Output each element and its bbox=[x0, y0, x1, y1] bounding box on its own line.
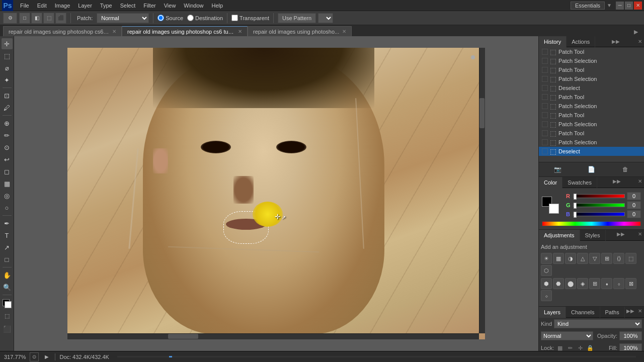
color-close-btn[interactable]: ✕ bbox=[636, 177, 644, 185]
destination-radio[interactable]: Destination bbox=[187, 15, 223, 21]
type-tool[interactable]: T bbox=[2, 230, 13, 241]
adj-extra1[interactable]: ⊠ bbox=[625, 278, 636, 289]
pattern-select[interactable] bbox=[318, 13, 333, 23]
blur-tool[interactable]: ◎ bbox=[2, 190, 13, 201]
history-menu-btn[interactable]: ▶▶ bbox=[612, 38, 620, 46]
essentials-arrow[interactable]: ▼ bbox=[607, 3, 612, 8]
adj-curves[interactable]: ◑ bbox=[565, 253, 576, 264]
history-item-10[interactable]: ⬚ Patch Tool bbox=[539, 129, 644, 138]
menu-filter[interactable]: Filter bbox=[139, 2, 159, 10]
layers-close-btn[interactable]: ✕ bbox=[636, 307, 644, 315]
red-bar[interactable] bbox=[573, 194, 625, 198]
tab-1[interactable]: repair old images using photoshop cs6 tu… bbox=[3, 26, 122, 36]
lock-pixels-btn[interactable]: ▦ bbox=[556, 344, 564, 351]
layers-tab[interactable]: Layers bbox=[539, 307, 566, 318]
fill-value[interactable]: 100% bbox=[619, 343, 642, 351]
red-slider[interactable] bbox=[574, 194, 577, 200]
adj-colorbalance[interactable]: ⟨⟩ bbox=[613, 253, 624, 264]
adj-colorlookup[interactable]: ⬣ bbox=[553, 278, 564, 289]
marquee-tool[interactable]: ⬚ bbox=[2, 50, 13, 61]
blue-slider[interactable] bbox=[574, 212, 577, 218]
history-item-1[interactable]: ⬚ Patch Tool bbox=[539, 47, 644, 56]
tab-2-close[interactable]: ✕ bbox=[238, 29, 242, 34]
transparent-checkbox[interactable]: Transparent bbox=[231, 15, 269, 21]
menu-image[interactable]: Image bbox=[51, 2, 74, 10]
zoom-tool[interactable]: 🔍 bbox=[2, 282, 13, 293]
blue-value[interactable]: 0 bbox=[627, 210, 641, 218]
adj-brightness[interactable]: ☀ bbox=[541, 253, 552, 264]
lasso-tool[interactable]: ⌀ bbox=[2, 62, 13, 73]
history-item-2[interactable]: ⬚ Patch Selection bbox=[539, 56, 644, 65]
open-btn[interactable]: ◧ bbox=[31, 13, 42, 24]
channels-tab[interactable]: Channels bbox=[566, 307, 600, 318]
layer-kind-select[interactable]: Kind bbox=[554, 319, 642, 328]
history-item-6[interactable]: ⬚ Patch Tool bbox=[539, 93, 644, 102]
mask-mode[interactable]: ⬚ bbox=[2, 310, 13, 321]
actions-tab[interactable]: Actions bbox=[567, 36, 595, 47]
layers-menu-btn[interactable]: ▶▶ bbox=[626, 307, 634, 315]
history-item-7[interactable]: ⬚ Patch Selection bbox=[539, 102, 644, 111]
minimize-button[interactable]: ─ bbox=[616, 2, 624, 10]
clone-tool[interactable]: ⊙ bbox=[2, 142, 13, 153]
red-value[interactable]: 0 bbox=[627, 192, 641, 200]
adj-vibrance[interactable]: ▽ bbox=[589, 253, 600, 264]
history-camera-btn[interactable]: 📷 bbox=[553, 164, 563, 174]
new-btn[interactable]: □ bbox=[19, 13, 30, 24]
bridge-btn[interactable]: ⬚ bbox=[43, 13, 54, 24]
eyedropper-tool[interactable]: 🖊 bbox=[2, 102, 13, 113]
history-item-3[interactable]: ⬚ Patch Tool bbox=[539, 65, 644, 74]
menu-file[interactable]: File bbox=[16, 2, 33, 10]
lock-image-btn[interactable]: ✏ bbox=[566, 344, 574, 351]
green-bar[interactable] bbox=[573, 203, 625, 207]
use-pattern-button[interactable]: Use Pattern bbox=[278, 13, 316, 23]
essentials-button[interactable]: Essentials bbox=[571, 2, 605, 10]
magic-wand-tool[interactable]: ✦ bbox=[2, 74, 13, 85]
status-arrow[interactable]: ▶ bbox=[43, 353, 51, 361]
adj-selectcolor[interactable]: ⬨ bbox=[613, 278, 624, 289]
v-scrollbar[interactable] bbox=[479, 48, 485, 333]
color-spectrum[interactable] bbox=[542, 221, 641, 226]
adjustments-tab[interactable]: Adjustments bbox=[539, 230, 580, 241]
brush-tool[interactable]: ✏ bbox=[2, 130, 13, 141]
lock-all-btn[interactable]: 🔒 bbox=[586, 344, 594, 351]
blue-bar[interactable] bbox=[573, 212, 625, 216]
panels-toggle[interactable]: ▶ bbox=[631, 27, 641, 36]
fg-bg-colors[interactable] bbox=[2, 298, 13, 309]
lock-position-btn[interactable]: ✛ bbox=[576, 344, 584, 351]
history-delete-btn[interactable]: 🗑 bbox=[620, 164, 630, 174]
history-item-11[interactable]: ⬚ Patch Selection bbox=[539, 138, 644, 147]
adj-menu-btn[interactable]: ▶▶ bbox=[617, 230, 625, 238]
green-value[interactable]: 0 bbox=[627, 201, 641, 209]
adj-hsl[interactable]: ⊞ bbox=[601, 253, 612, 264]
background-swatch[interactable] bbox=[549, 204, 559, 214]
rotation-indicator[interactable]: ⊙ bbox=[30, 352, 39, 361]
close-button[interactable]: ✕ bbox=[634, 2, 642, 10]
paths-tab[interactable]: Paths bbox=[600, 307, 625, 318]
yellow-patch[interactable] bbox=[253, 202, 283, 227]
opacity-value[interactable]: 100% bbox=[619, 331, 642, 340]
tab-3-close[interactable]: ✕ bbox=[342, 29, 346, 34]
background-color[interactable] bbox=[5, 301, 12, 308]
adj-blackwhite[interactable]: ⬚ bbox=[625, 253, 636, 264]
color-menu-btn[interactable]: ▶▶ bbox=[613, 177, 621, 185]
layer-mode-select[interactable]: Normal bbox=[541, 331, 593, 340]
color-swatches[interactable] bbox=[542, 197, 559, 214]
source-radio[interactable]: Source bbox=[157, 15, 183, 21]
styles-tab[interactable]: Styles bbox=[580, 230, 606, 241]
history-item-12[interactable]: ⬚ Deselect bbox=[539, 147, 644, 156]
menu-select[interactable]: Select bbox=[116, 2, 140, 10]
hand-tool[interactable]: ✋ bbox=[2, 269, 13, 281]
tab-1-close[interactable]: ✕ bbox=[112, 29, 116, 34]
tab-3[interactable]: repair old images using photosho... ✕ bbox=[248, 26, 352, 36]
menu-window[interactable]: Window bbox=[180, 2, 207, 10]
adj-posterize[interactable]: ◈ bbox=[577, 278, 588, 289]
history-item-8[interactable]: ⬚ Patch Tool bbox=[539, 111, 644, 120]
gradient-tool[interactable]: ▦ bbox=[2, 178, 13, 189]
history-item-9[interactable]: ⬚ Patch Selection bbox=[539, 120, 644, 129]
adj-threshold[interactable]: ⊞ bbox=[589, 278, 600, 289]
adj-phfilter[interactable]: ⬡ bbox=[541, 265, 552, 276]
history-close-btn[interactable]: ✕ bbox=[636, 38, 644, 46]
screen-mode[interactable]: ⬛ bbox=[2, 323, 13, 334]
history-new-btn[interactable]: 📄 bbox=[587, 164, 597, 174]
dodge-tool[interactable]: ○ bbox=[2, 202, 13, 213]
